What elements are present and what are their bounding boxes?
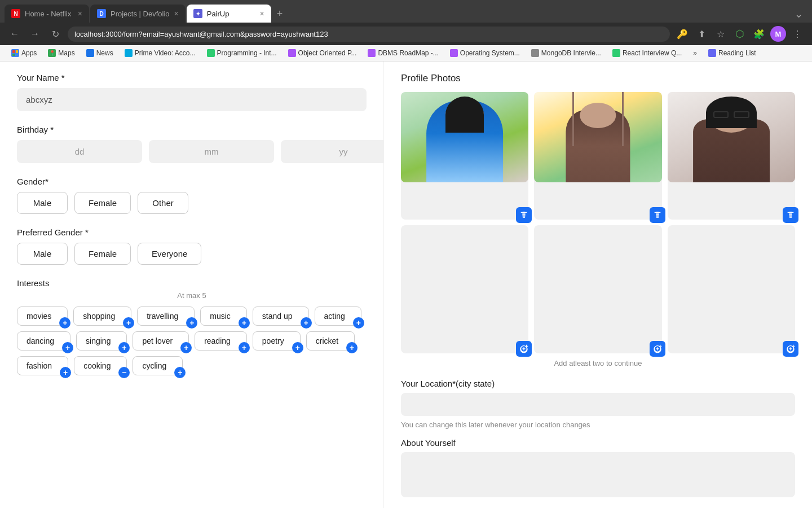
tab-pairup-close[interactable]: × [260,9,264,18]
profile-photos-section: Profile Photos [401,73,795,367]
gender-other-button[interactable]: Other [138,192,188,214]
bookmark-news[interactable]: News [82,47,118,59]
react-favicon [612,49,620,57]
name-input[interactable] [17,88,367,111]
photo-4-add-btn[interactable] [516,341,532,357]
interest-shopping-add[interactable]: + [123,317,134,329]
interest-cycling[interactable]: cycling+ [133,356,183,375]
interest-fashion[interactable]: fashion+ [17,356,68,375]
photo-6-add-btn[interactable] [783,341,798,357]
bookmarks-bar: Apps 📍 Maps News Prime Video: Acco... Pr… [0,45,812,62]
interest-acting-add[interactable]: + [353,317,364,329]
gender-field-group: Gender* Male Female Other [17,177,367,214]
back-button[interactable]: ← [7,26,23,42]
bookmark-oo-label: Object Oriented P... [298,49,357,57]
interest-petlover[interactable]: pet lover+ [133,331,189,351]
photo-3-delete-btn[interactable] [783,207,798,223]
bookmark-maps-label: Maps [58,49,74,57]
user-avatar[interactable]: M [770,26,786,42]
preferred-female-button[interactable]: Female [74,243,131,265]
birthday-row [17,140,367,163]
interest-travelling[interactable]: travelling+ [137,306,195,326]
interest-fashion-add[interactable]: + [60,367,71,378]
interest-movies[interactable]: movies+ [17,306,68,326]
interests-field-group: Interests At max 5 movies+ shopping+ tra… [17,278,367,375]
photo-2-delete-btn[interactable] [650,207,665,223]
tab-pairup[interactable]: ✦ PairUp × [187,5,271,23]
about-textarea[interactable] [401,452,795,497]
interest-shopping[interactable]: shopping+ [73,306,131,326]
tab-devfolio-close[interactable]: × [174,9,179,18]
bookmark-apps-label: Apps [21,49,37,57]
empty-photo-4 [401,225,528,316]
interest-movies-add[interactable]: + [59,317,70,329]
location-input[interactable] [401,393,795,416]
tab-netflix[interactable]: N Home - Netflix × [5,5,89,23]
interest-poetry-add[interactable]: + [292,342,303,353]
bookmark-dbms[interactable]: DBMS RoadMap -... [363,47,443,59]
birthday-dd-input[interactable] [17,140,142,163]
interest-music-add[interactable]: + [239,317,250,329]
interest-reading-add[interactable]: + [239,342,250,353]
bookmark-oo[interactable]: Object Oriented P... [284,47,361,59]
new-tab-button[interactable]: + [272,6,288,22]
birthday-mm-input[interactable] [149,140,274,163]
trash-icon [519,211,528,220]
interest-petlover-add[interactable]: + [180,342,192,353]
bookmark-reading-list[interactable]: Reading List [704,47,761,59]
interest-standup-add[interactable]: + [301,317,312,329]
bookmark-mongo[interactable]: MongoDB Intervie... [527,47,606,59]
photo-1-delete-btn[interactable] [516,207,532,223]
key-icon[interactable]: 🔑 [674,26,690,42]
pairup-favicon: ✦ [193,9,202,18]
interest-singing[interactable]: singing+ [76,331,127,351]
extension-icon[interactable]: ⬡ [732,26,748,42]
interest-cooking[interactable]: cooking− [74,356,127,375]
prime-favicon [125,49,133,57]
forward-button[interactable]: → [27,26,43,42]
bookmark-dbms-label: DBMS RoadMap -... [378,49,438,57]
interest-cricket[interactable]: cricket+ [306,331,355,351]
gender-male-button[interactable]: Male [17,192,68,214]
page-content: Your Name * Birthday * Gender* Male Fema… [0,62,812,508]
interest-dancing[interactable]: dancing+ [17,331,70,351]
bookmark-maps[interactable]: 📍 Maps [43,47,79,59]
interest-travelling-add[interactable]: + [186,317,197,329]
gender-female-button[interactable]: Female [74,192,131,214]
interest-cooking-add[interactable]: − [118,367,130,378]
bookmarks-more-button[interactable]: » [689,47,701,59]
tab-devfolio[interactable]: D Projects | Devfolio × [90,5,186,23]
url-input[interactable] [68,27,670,42]
camera-plus-icon-5 [653,344,662,353]
interest-acting[interactable]: acting+ [315,306,361,326]
reload-button[interactable]: ↻ [47,26,63,42]
share-icon[interactable]: ⬆ [694,26,709,42]
interest-reading[interactable]: reading+ [195,331,247,351]
camera-plus-icon-6 [786,344,795,353]
programming-favicon [207,49,215,57]
bookmark-react[interactable]: React Interview Q... [608,47,686,59]
tab-dropdown-button[interactable]: ⌄ [790,6,807,23]
interest-dancing-add[interactable]: + [62,342,73,353]
tab-bar: N Home - Netflix × D Projects | Devfolio… [0,0,812,23]
preferred-everyone-button[interactable]: Everyone [138,243,201,265]
interest-standup[interactable]: stand up+ [253,306,309,326]
interest-music[interactable]: music+ [200,306,247,326]
star-icon[interactable]: ☆ [713,26,729,42]
preferred-male-button[interactable]: Male [17,243,68,265]
interest-cricket-add[interactable]: + [346,342,358,353]
interest-poetry[interactable]: poetry+ [253,331,301,351]
bookmark-reading-list-label: Reading List [718,49,756,57]
bookmark-os[interactable]: Operating System... [445,47,524,59]
interest-singing-add[interactable]: + [118,342,130,353]
bookmark-programming[interactable]: Programming - Int... [202,47,281,59]
bookmark-prime[interactable]: Prime Video: Acco... [120,47,200,59]
photo-5-add-btn[interactable] [650,341,665,357]
menu-button[interactable]: ⋮ [789,26,805,42]
tab-netflix-close[interactable]: × [78,9,82,18]
puzzle-icon[interactable]: 🧩 [751,26,767,42]
birthday-yy-input[interactable] [281,140,383,163]
trash-icon-2 [653,211,662,220]
interest-cycling-add[interactable]: + [174,367,186,378]
bookmark-apps[interactable]: Apps [7,47,41,59]
